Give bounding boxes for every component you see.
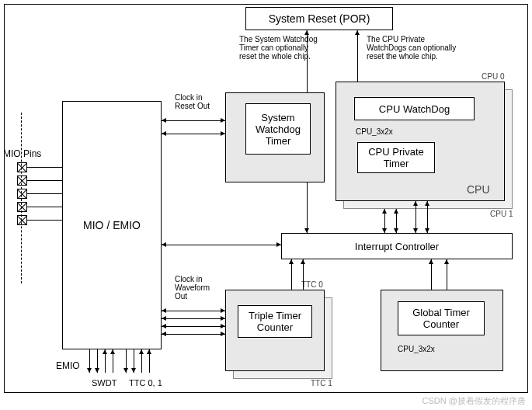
clock-wave-label: Clock in Waveform Out <box>175 275 210 301</box>
cpu-private-timer-label: CPU Private Timer <box>368 146 424 169</box>
note-swt: The System Watchdog Timer can optionally… <box>239 35 318 61</box>
mio-pins-label: MIO Pins <box>3 149 41 159</box>
watermark: CSDN @披着假发的程序唐 <box>422 395 526 407</box>
swt-label: System Watchdog Timer <box>256 112 301 147</box>
cpu-watchdog-label: CPU WatchDog <box>379 103 450 115</box>
mio-emio-block: MIO / EMIO <box>62 101 162 349</box>
system-reset-label: System Reset (POR) <box>269 12 370 25</box>
cpu3x2x-b: CPU_3x2x <box>398 345 435 353</box>
ttc-label: Triple Timer Counter <box>249 310 301 333</box>
cpu-label: CPU <box>467 183 490 196</box>
emio-label: EMIO <box>56 361 80 371</box>
cpu0-tag: CPU 0 <box>482 72 504 81</box>
cpu-watchdog-block: CPU WatchDog <box>354 97 475 120</box>
ttc01-label: TTC 0, 1 <box>129 378 162 387</box>
gtc-label: Global Timer Counter <box>412 307 470 330</box>
interrupt-controller-label: Interrupt Controller <box>355 241 439 252</box>
mio-emio-label: MIO / EMIO <box>83 219 141 231</box>
mio-pin-boxes <box>17 162 27 228</box>
cpu-private-timer-block: CPU Private Timer <box>357 142 435 173</box>
swt-block: System Watchdog Timer <box>245 103 311 155</box>
ttc1-tag: TTC 1 <box>311 379 332 387</box>
cpu3x2x-a: CPU_3x2x <box>356 127 393 136</box>
clock-reset-label: Clock in Reset Out <box>175 93 210 110</box>
system-reset-block: System Reset (POR) <box>245 7 393 30</box>
interrupt-controller-block: Interrupt Controller <box>281 233 513 259</box>
note-cpu: The CPU Private WatchDogs can optionally… <box>367 35 456 61</box>
cpu1-tag: CPU 1 <box>490 210 513 218</box>
ttc-block: Triple Timer Counter <box>238 305 312 338</box>
swdt-label: SWDT <box>92 378 116 387</box>
ttc0-tag: TTC 0 <box>301 280 323 289</box>
gtc-block: Global Timer Counter <box>398 301 485 335</box>
